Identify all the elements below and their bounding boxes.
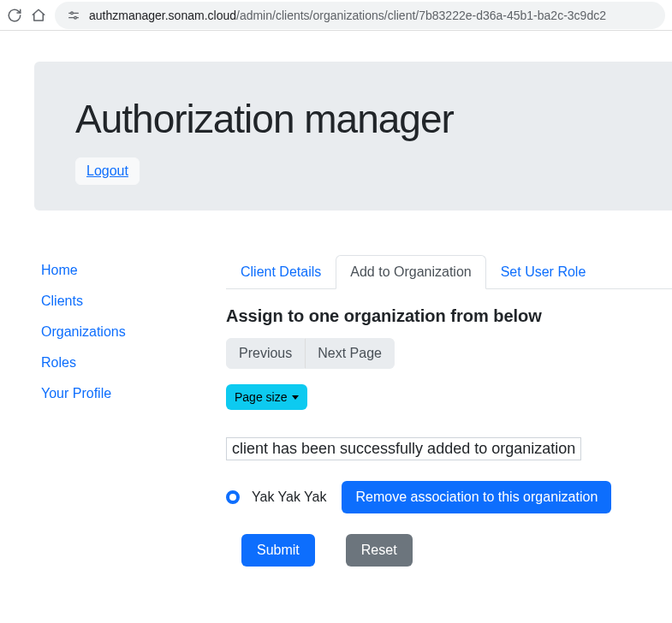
home-icon[interactable] <box>31 8 46 23</box>
form-actions: Submit Reset <box>226 534 672 567</box>
tab-add-to-organization[interactable]: Add to Organization <box>336 255 485 289</box>
org-row: Yak Yak Yak Remove association to this o… <box>226 481 672 513</box>
browser-toolbar: authzmanager.sonam.cloud/admin/clients/o… <box>0 0 672 31</box>
url-host: authzmanager.sonam.cloud <box>89 9 236 22</box>
sidebar-item-your-profile[interactable]: Your Profile <box>41 378 185 409</box>
next-page-button[interactable]: Next Page <box>305 338 395 369</box>
tab-client-details[interactable]: Client Details <box>226 255 336 289</box>
sidebar-nav: Home Clients Organizations Roles Your Pr… <box>0 255 185 567</box>
sidebar-item-roles[interactable]: Roles <box>41 347 185 378</box>
reset-button[interactable]: Reset <box>346 534 413 567</box>
sidebar-item-clients[interactable]: Clients <box>41 286 185 317</box>
caret-down-icon <box>292 395 299 400</box>
page-size-dropdown[interactable]: Page size <box>226 384 307 410</box>
previous-page-button[interactable]: Previous <box>226 338 305 369</box>
sidebar-item-home[interactable]: Home <box>41 255 185 286</box>
site-settings-icon[interactable] <box>65 7 82 24</box>
url-path: /admin/clients/organizations/client/7b83… <box>236 9 606 22</box>
tab-set-user-role[interactable]: Set User Role <box>486 255 601 289</box>
reload-icon[interactable] <box>7 8 22 23</box>
main-content: Client Details Add to Organization Set U… <box>185 255 672 567</box>
org-name: Yak Yak Yak <box>252 490 326 505</box>
page-size-label: Page size <box>235 390 287 404</box>
sidebar-item-organizations[interactable]: Organizations <box>41 317 185 347</box>
status-message: client has been successfully added to or… <box>226 437 581 460</box>
logout-button[interactable]: Logout <box>75 157 140 185</box>
address-bar[interactable]: authzmanager.sonam.cloud/admin/clients/o… <box>55 2 665 29</box>
svg-point-3 <box>74 16 77 19</box>
org-radio[interactable] <box>226 490 240 504</box>
url-text: authzmanager.sonam.cloud/admin/clients/o… <box>89 9 606 22</box>
svg-point-1 <box>71 12 74 15</box>
pagination: PreviousNext Page <box>226 338 672 369</box>
assign-heading: Assign to one organization from below <box>226 306 672 326</box>
remove-association-button[interactable]: Remove association to this organization <box>342 481 611 513</box>
page-header: Authorization manager Logout <box>34 62 672 211</box>
tab-bar: Client Details Add to Organization Set U… <box>226 255 672 289</box>
submit-button[interactable]: Submit <box>241 534 315 567</box>
page-title: Authorization manager <box>75 96 631 142</box>
